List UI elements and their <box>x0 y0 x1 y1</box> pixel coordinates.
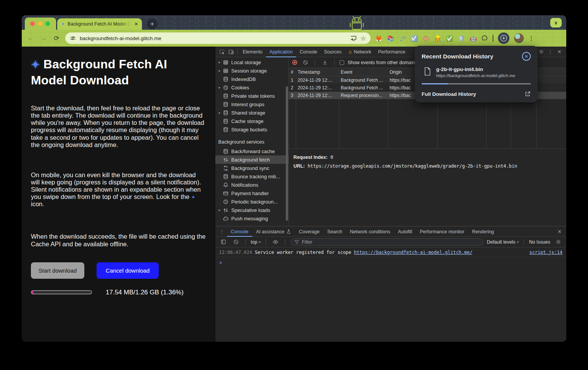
profile-avatar[interactable] <box>514 33 524 43</box>
new-tab-button[interactable]: + <box>147 19 158 29</box>
log-levels-selector[interactable]: Default levels ▾ <box>487 239 519 245</box>
issues-counter[interactable]: No Issues <box>529 239 550 245</box>
download-file-row[interactable]: g-2b-it-gpu-int4.bin https://backgroundf… <box>422 66 531 78</box>
site-settings-icon[interactable] <box>70 35 76 41</box>
minimize-window-button[interactable] <box>38 21 42 26</box>
bookmark-star-icon[interactable]: ☆ <box>361 35 366 42</box>
devtools-tab[interactable]: Console <box>296 47 321 57</box>
console-filter[interactable] <box>290 238 483 246</box>
eye-icon[interactable] <box>271 238 280 246</box>
extension-icon[interactable]: 🐵 <box>422 36 429 41</box>
open-in-new-icon[interactable] <box>525 91 531 97</box>
downloads-button[interactable] <box>498 32 509 44</box>
devtools-tab[interactable]: Sources <box>321 47 345 57</box>
drawer-tab[interactable]: Performance monitor <box>416 226 468 237</box>
sidebar-item[interactable]: Storage buckets <box>215 125 288 134</box>
devtools-menu-icon[interactable]: ⋮ <box>546 48 555 56</box>
extension-icon[interactable]: 🗝️ <box>399 36 406 41</box>
expand-arrow-icon[interactable]: ▸ <box>217 86 222 89</box>
devtools-settings-icon[interactable] <box>536 48 546 56</box>
extension-icon[interactable]: 📚 <box>387 36 394 41</box>
drawer-tab[interactable]: Network conditions <box>346 226 394 237</box>
devtools-tab[interactable]: Performance <box>375 47 409 57</box>
address-bar[interactable]: backgroundfetch-ai-model.glitch.me ☆ <box>65 32 371 44</box>
tab-strip: ✦ Background Fetch AI Model D ✕ + ∨ <box>22 15 566 30</box>
extension-icon[interactable]: ☑️ <box>411 36 417 41</box>
extension-icon[interactable]: 🛡️ <box>458 36 465 41</box>
sidebar-item[interactable]: Bounce tracking miti... <box>215 172 288 181</box>
sidebar-item[interactable]: IndexedDB <box>215 75 288 83</box>
send-to-device-icon[interactable] <box>350 35 357 41</box>
tab-title: Background Fetch AI Model D <box>68 21 132 27</box>
clear-icon[interactable] <box>301 58 310 67</box>
save-events-icon[interactable] <box>320 58 329 67</box>
sidebar-item[interactable]: ▸ Cookies <box>215 83 288 92</box>
extensions-puzzle-icon[interactable] <box>481 35 488 42</box>
browser-menu-icon[interactable]: ⋮ <box>528 35 534 42</box>
sidebar-item[interactable]: Periodic backgroun... <box>215 197 288 206</box>
start-download-button[interactable]: Start download <box>31 262 84 279</box>
full-download-history-link[interactable]: Full Download History <box>422 91 476 97</box>
devtools-tab[interactable]: Application <box>266 47 296 57</box>
back-button[interactable]: ← <box>26 34 35 42</box>
extension-icon[interactable]: 🤖 <box>470 36 477 41</box>
drawer-tab[interactable]: AI assistance <box>252 226 295 237</box>
reload-button[interactable]: ⟳ <box>52 34 61 42</box>
zoom-window-button[interactable] <box>45 21 50 26</box>
sidebar-item[interactable]: Push messaging <box>215 214 288 223</box>
extension-icon[interactable]: ✅ <box>446 36 453 41</box>
filter-input[interactable] <box>302 239 480 245</box>
show-events-label[interactable]: Show events from other domains <box>348 60 417 65</box>
sidebar-item[interactable]: Cache storage <box>215 117 288 125</box>
sidebar-item[interactable]: Notifications <box>215 181 288 189</box>
expand-arrow-icon[interactable]: ▸ <box>217 208 222 212</box>
event-details: Request Index: 0 URL: https://storage.go… <box>289 149 566 226</box>
web-page: ✦ Background Fetch AI Model Download Sta… <box>22 47 215 342</box>
show-events-checkbox[interactable] <box>340 60 344 65</box>
sidebar-item[interactable]: Background fetch <box>215 155 288 164</box>
devtools-tab[interactable]: ⚠ Network <box>345 47 375 57</box>
sidebar-item[interactable]: ▸ Session storage <box>215 66 288 75</box>
forward-button[interactable]: → <box>39 34 48 42</box>
popup-close-icon[interactable]: ✕ <box>522 52 531 61</box>
device-toolbar-icon[interactable] <box>227 48 236 56</box>
console-settings-icon[interactable] <box>554 238 563 246</box>
url-text[interactable]: backgroundfetch-ai-model.glitch.me <box>80 36 346 41</box>
log-source-link[interactable]: script.js:14 <box>529 250 562 255</box>
browser-tab[interactable]: ✦ Background Fetch AI Model D ✕ <box>57 18 142 30</box>
drawer-tab[interactable]: Console <box>227 226 252 237</box>
drawer-tab[interactable]: Coverage <box>295 226 323 237</box>
inspect-element-icon[interactable] <box>217 48 227 56</box>
sidebar-scrollbar[interactable] <box>286 86 288 221</box>
extension-icon[interactable]: 👷 <box>434 36 441 41</box>
extension-icon[interactable]: 🦊 <box>375 36 382 41</box>
sidebar-item[interactable]: Payment handler <box>215 189 288 197</box>
sidebar-item[interactable]: ▸ Speculative loads <box>215 206 288 214</box>
sidebar-item[interactable]: Back/forward cache <box>215 147 288 155</box>
console-prompt[interactable]: > <box>215 257 566 268</box>
devtools-close-icon[interactable]: ✕ <box>555 48 564 56</box>
drawer-close-icon[interactable]: ✕ <box>556 229 563 234</box>
expand-arrow-icon[interactable]: ▸ <box>217 69 222 73</box>
drawer-tab[interactable]: Autofill <box>394 226 416 237</box>
sidebar-item[interactable]: Background sync <box>215 164 288 172</box>
devtools-tab[interactable]: Elements <box>239 47 266 57</box>
clear-console-icon[interactable] <box>231 238 240 246</box>
record-icon[interactable] <box>292 60 297 65</box>
expand-arrow-icon[interactable]: ▸ <box>217 60 222 64</box>
sidebar-item[interactable]: Private state tokens <box>215 92 288 100</box>
close-window-button[interactable] <box>30 21 35 26</box>
drawer-tab[interactable]: Rendering <box>468 226 498 237</box>
drawer-tab[interactable]: Search <box>323 226 346 237</box>
tab-close-icon[interactable]: ✕ <box>134 21 138 27</box>
context-selector[interactable]: top ▾ <box>251 239 261 245</box>
console-sidebar-icon[interactable] <box>219 238 228 246</box>
expand-arrow-icon[interactable]: ▸ <box>217 111 222 115</box>
sidebar-item[interactable]: ▸ Shared storage <box>215 108 288 117</box>
window-chevron-button[interactable]: ∨ <box>550 18 562 27</box>
sidebar-item[interactable]: ▸ Local storage <box>215 58 288 66</box>
sidebar-item[interactable]: Interest groups <box>215 100 288 108</box>
log-scope-link[interactable]: https://backgroundfetch-ai-model.glitch.… <box>354 250 473 255</box>
cancel-download-button[interactable]: Cancel download <box>97 262 159 279</box>
drawer-menu-icon[interactable]: ⋮ <box>217 229 227 234</box>
